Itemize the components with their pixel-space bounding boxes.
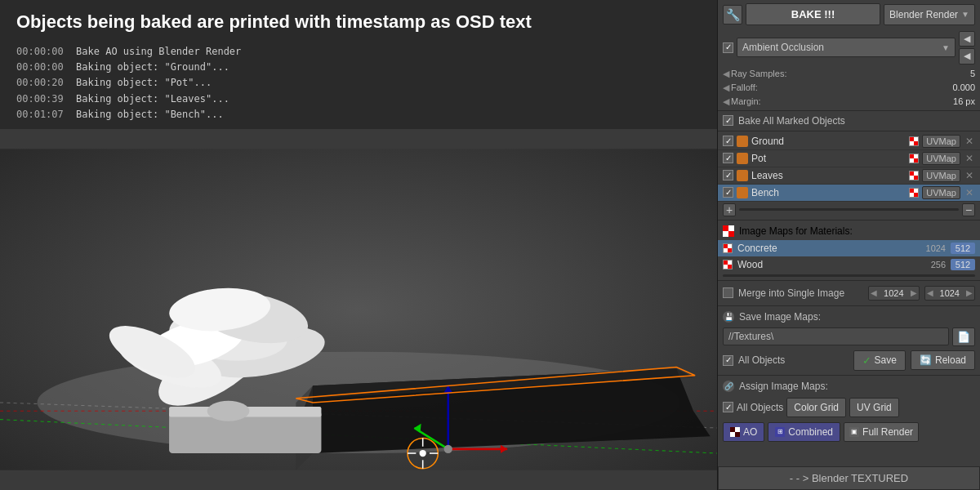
save-header: 💾 Save Image Maps: — [718, 308, 980, 326]
ao-icon — [730, 427, 740, 437]
object-checkbox-leaves[interactable] — [723, 170, 733, 180]
combined-button[interactable]: ⊞ Combined — [768, 422, 840, 442]
combined-icon: ⊞ — [775, 427, 785, 437]
material-size1-wood: 256 — [917, 260, 946, 270]
bake-mode-select[interactable]: Ambient Occlusion ▼ — [737, 38, 956, 57]
checker-icon — [723, 225, 734, 237]
merge-row: Merge into Single Image ◀ 1024 ▶ ◀ 1024 … — [718, 283, 980, 304]
object-checkbox-ground[interactable] — [723, 136, 733, 146]
browse-button[interactable]: 📄 — [952, 327, 975, 346]
full-render-button[interactable]: ▣ Full Render — [844, 422, 919, 442]
left-arrow-icon[interactable]: ◀ — [723, 69, 729, 79]
ao-button[interactable]: AO — [723, 422, 764, 442]
navigation-buttons: ◀ ◀ — [959, 31, 975, 65]
checkmark-icon: ✓ — [862, 354, 871, 367]
merge-size1-stepper[interactable]: ◀ 1024 ▶ — [868, 286, 919, 301]
object-name-leaves: Leaves — [751, 170, 906, 181]
material-name-wood: Wood — [737, 259, 912, 270]
divider-2 — [718, 131, 980, 131]
left-arrow-icon[interactable]: ◀ — [723, 82, 729, 93]
merge-size1-value: 1024 — [879, 287, 908, 300]
bottom-bar[interactable]: - - > Blender TEXTURED — [718, 466, 980, 490]
bake-mode-checkbox[interactable] — [723, 42, 733, 53]
object-icon-bench — [737, 187, 748, 198]
add-object-button[interactable]: + — [723, 203, 736, 216]
uv-map-select-ground[interactable]: UVMap — [922, 135, 960, 148]
svg-point-18 — [207, 401, 250, 421]
ray-samples-value: 5 — [970, 69, 975, 78]
material-name-concrete: Concrete — [737, 243, 912, 254]
object-checkbox-pot[interactable] — [723, 153, 733, 163]
object-name-ground: Ground — [751, 136, 906, 147]
merge-size2-value: 1024 — [935, 287, 964, 300]
assign-label: Assign Image Maps: — [739, 381, 828, 392]
all-objects-checkbox[interactable] — [723, 355, 733, 366]
stepper-left-icon: ◀ — [869, 288, 879, 297]
merge-checkbox[interactable] — [723, 287, 733, 298]
object-row-leaves[interactable]: Leaves UVMap ✕ — [718, 167, 980, 185]
ray-samples-row: ◀ Ray Samples: 5 — [718, 67, 980, 81]
falloff-value: 0.000 — [952, 82, 975, 92]
svg-rect-8 — [169, 411, 321, 453]
object-row-bench[interactable]: Bench UVMap ✕ — [718, 185, 980, 202]
assign-row-2: AO ⊞ Combined ▣ Full Render — [718, 420, 980, 444]
bake-button[interactable]: BAKE !!! — [746, 3, 880, 25]
save-label: Save Image Maps: — [739, 311, 821, 323]
object-icon-ground — [737, 136, 748, 147]
log-line-5: 00:01:07 Baking object: "Bench"... — [16, 107, 701, 122]
svg-rect-36 — [738, 189, 746, 197]
material-size2-concrete: 512 — [951, 243, 975, 254]
render-engine-select[interactable]: Blender Render ▼ — [884, 4, 975, 25]
stepper-right-icon: ▶ — [909, 288, 919, 297]
assign-icon: 🔗 — [723, 381, 734, 392]
image-maps-scroll — [718, 273, 980, 278]
chevron-down-icon: ▼ — [942, 43, 950, 52]
remove-icon-leaves[interactable]: ✕ — [964, 170, 975, 181]
object-row-pot[interactable]: Pot UVMap ✕ — [718, 150, 980, 167]
full-render-icon: ▣ — [849, 427, 859, 437]
nav-up-button[interactable]: ◀ — [959, 31, 975, 47]
save-button[interactable]: ✓ Save — [853, 350, 906, 371]
scroll-indicator-2 — [723, 274, 975, 277]
bake-icon: 🔧 — [723, 5, 742, 24]
uv-checker-icon-ground — [909, 136, 919, 146]
image-map-wood[interactable]: Wood 256 512 — [718, 256, 980, 273]
remove-icon-ground[interactable]: ✕ — [964, 136, 975, 147]
svg-rect-34 — [738, 154, 746, 163]
uv-checker-icon-pot — [909, 154, 919, 163]
ray-samples-label: Ray Samples: — [731, 69, 786, 78]
remove-icon-pot[interactable]: ✕ — [964, 153, 975, 164]
remove-object-button[interactable]: − — [962, 203, 975, 216]
log-line-3: 00:00:20 Baking object: "Pot"... — [16, 75, 701, 91]
image-maps-header: Image Maps for Materials: — [718, 222, 980, 240]
render-engine-label: Blender Render — [889, 9, 958, 20]
uv-map-select-bench[interactable]: UVMap — [922, 186, 960, 199]
svg-rect-35 — [738, 172, 746, 180]
object-row-ground[interactable]: Ground UVMap ✕ — [718, 133, 980, 150]
divider-4 — [718, 280, 980, 281]
assign-all-objects-checkbox[interactable] — [723, 402, 733, 412]
uv-map-select-pot[interactable]: UVMap — [922, 152, 960, 165]
remove-icon-bench[interactable]: ✕ — [964, 187, 975, 198]
nav-down-button[interactable]: ◀ — [959, 48, 975, 64]
path-input[interactable] — [723, 327, 949, 345]
color-grid-button[interactable]: Color Grid — [786, 398, 846, 417]
merge-size2-stepper[interactable]: ◀ 1024 ▶ — [924, 286, 975, 301]
object-checkbox-bench[interactable] — [723, 187, 733, 198]
scroll-indicator — [739, 208, 959, 211]
uv-checker-icon-bench — [909, 188, 919, 198]
divider-3 — [718, 220, 980, 220]
left-arrow-icon[interactable]: ◀ — [723, 96, 729, 107]
properties-panel: 🔧 BAKE !!! Blender Render ▼ Ambient Occl… — [717, 0, 980, 490]
3d-viewport[interactable] — [0, 129, 717, 490]
page-title: Objects being baked are printed with tim… — [0, 0, 717, 41]
assign-all-objects-label: All Objects — [737, 402, 783, 413]
falloff-label: Falloff: — [731, 82, 758, 92]
uv-map-select-leaves[interactable]: UVMap — [922, 169, 960, 182]
margin-value: 16 px — [953, 96, 975, 106]
image-map-concrete[interactable]: Concrete 1024 512 — [718, 240, 980, 256]
reload-button[interactable]: 🔄 Reload — [911, 350, 975, 370]
bake-all-checkbox[interactable] — [723, 115, 733, 126]
add-remove-row: + − — [718, 202, 980, 218]
uv-grid-button[interactable]: UV Grid — [849, 398, 899, 417]
